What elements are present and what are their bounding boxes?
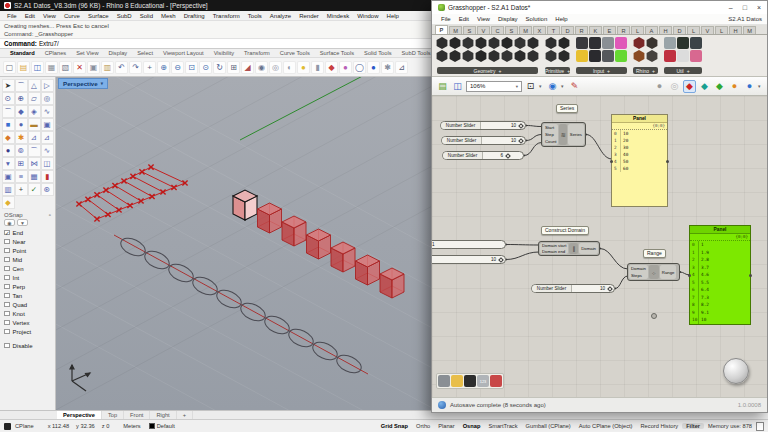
chevron-down-icon[interactable]: ▾ [561,83,566,89]
component-icon[interactable] [501,50,513,62]
category-tab[interactable]: X [533,26,546,34]
menu-item[interactable]: SubD [113,13,136,19]
slider-grip[interactable] [498,257,504,263]
ball-blue-icon[interactable]: ● [743,80,756,93]
preview-wire-icon[interactable]: ◎ [668,80,681,93]
component-icon[interactable] [527,37,539,49]
status-toggle[interactable]: Memory use: 878 [704,423,756,429]
category-tab[interactable]: H [659,26,672,34]
toolbar-tab[interactable]: Surface Tools [315,50,359,56]
checkbox[interactable] [4,275,10,281]
component-icon[interactable] [664,37,676,49]
category-tab[interactable]: M [449,26,462,34]
component-input[interactable]: Domain [631,266,646,271]
component-icon[interactable] [449,50,461,62]
sidebar-tool-icon[interactable]: △ [28,79,41,92]
status-toggle[interactable]: Ortho [412,423,434,429]
component-icon[interactable] [527,50,539,62]
sidebar-tool-icon[interactable]: ⊞ [15,157,28,170]
wire[interactable] [586,135,612,160]
checkbox[interactable] [4,266,10,272]
wire[interactable] [526,126,542,127]
selected-box[interactable] [233,190,257,220]
category-tab[interactable]: T [547,26,560,34]
component-icon[interactable] [449,37,461,49]
sidebar-tool-icon[interactable]: ▥ [2,183,15,196]
osnap-option[interactable]: Tan [4,291,51,300]
gem-teal-icon[interactable]: ◆ [698,80,711,93]
component-icon[interactable] [514,37,526,49]
current-layer[interactable]: Default [145,423,179,429]
sidebar-tool-icon[interactable]: ⊿ [41,131,54,144]
toolbar-icon[interactable]: ↷ [129,61,142,74]
sidebar-tool-icon[interactable]: ◆ [2,131,15,144]
toolbar-icon[interactable]: ◢ [241,61,254,74]
sidebar-tool-icon[interactable]: ▮ [41,170,54,183]
number-slider[interactable]: Number Slider 10 [440,121,526,130]
toolbar-tab[interactable]: Standard [5,50,40,56]
slider-grip[interactable] [518,123,524,129]
menu-item[interactable]: Curve [60,13,84,19]
units-display[interactable]: Meters [119,423,144,429]
range-component[interactable]: DomainSteps ⁘ Range [627,263,680,281]
sidebar-tool-icon[interactable]: ⊙ [2,92,15,105]
component-icon[interactable] [436,37,448,49]
osnap-option[interactable]: Vertex [4,318,51,327]
chevron-down-icon[interactable]: ▾ [758,83,763,89]
checkbox[interactable] [4,343,10,349]
component-icon[interactable] [558,50,570,62]
component-output[interactable]: Series [568,124,584,145]
menu-item[interactable]: Edit [21,13,39,19]
data-panel-green[interactable]: Panel {0;0} 0111.922.833.744.655.566.477… [689,225,751,325]
osnap-option[interactable]: Quad [4,300,51,309]
component-icon[interactable] [690,50,702,62]
toolbar-icon[interactable]: ◆ [325,61,338,74]
component-input[interactable]: Count [545,139,556,144]
category-tab[interactable]: L [631,26,644,34]
slider-grip[interactable] [505,153,511,159]
sketch-tool-icon[interactable] [464,375,476,387]
viewport-tab[interactable]: Right [150,411,176,419]
sketch-pen-icon[interactable]: ✎ [568,80,581,93]
category-tab[interactable]: C [491,26,504,34]
toolbar-icon[interactable]: ◉ [255,61,268,74]
checkbox[interactable] [4,320,10,326]
status-toggle[interactable]: Record History [637,423,683,429]
checkbox[interactable] [4,284,10,290]
construct-domain-component[interactable]: Domain startDomain end ∥ Domain [538,241,600,256]
box-array[interactable] [233,190,404,298]
component-icon[interactable] [646,50,658,62]
toolbar-tab[interactable]: Transform [239,50,275,56]
sidebar-tool-icon[interactable]: ⋈ [28,157,41,170]
ellipse-array[interactable] [118,235,364,377]
toolbar-icon[interactable]: ▧ [59,61,72,74]
menu-item[interactable]: Analyze [266,13,295,19]
sidebar-tool-icon[interactable]: ⊛ [41,183,54,196]
component-icon[interactable] [436,50,448,62]
component-icon[interactable] [514,50,526,62]
component-icon[interactable] [475,37,487,49]
toolbar-tab[interactable]: Solid Tools [359,50,396,56]
zoom-level-select[interactable]: 106% ▾ [466,81,522,92]
category-tab[interactable]: S [505,26,518,34]
toolbar-icon[interactable]: ⊕ [157,61,170,74]
status-toggle[interactable]: Filter [682,423,704,429]
toolbar-icon[interactable]: ▥ [101,61,114,74]
component-icon[interactable] [462,37,474,49]
sidebar-tool-icon[interactable]: ◆ [2,196,15,209]
number-slider[interactable]: Number Slider 10 [432,255,506,264]
wire[interactable] [506,245,539,246]
toolbar-tab[interactable]: Set View [71,50,103,56]
viewport-tab[interactable]: + [177,411,193,419]
sketch-tool-icon[interactable]: 123 [477,375,489,387]
component-input[interactable]: Step [545,132,556,137]
toolbar-icon[interactable]: ⊙ [199,61,212,74]
toolbar-icon[interactable]: ✱ [381,61,394,74]
osnap-option[interactable]: Knot [4,309,51,318]
series-component[interactable]: StartStepCount ≋ Series [541,122,586,147]
status-toggle[interactable]: Gumball (CPlane) [522,423,575,429]
component-icon[interactable] [615,50,627,62]
osnap-option[interactable]: Mid [4,255,51,264]
number-slider[interactable]: Number Slider 6 [442,151,524,160]
toolbar-tab[interactable]: Select [132,50,158,56]
